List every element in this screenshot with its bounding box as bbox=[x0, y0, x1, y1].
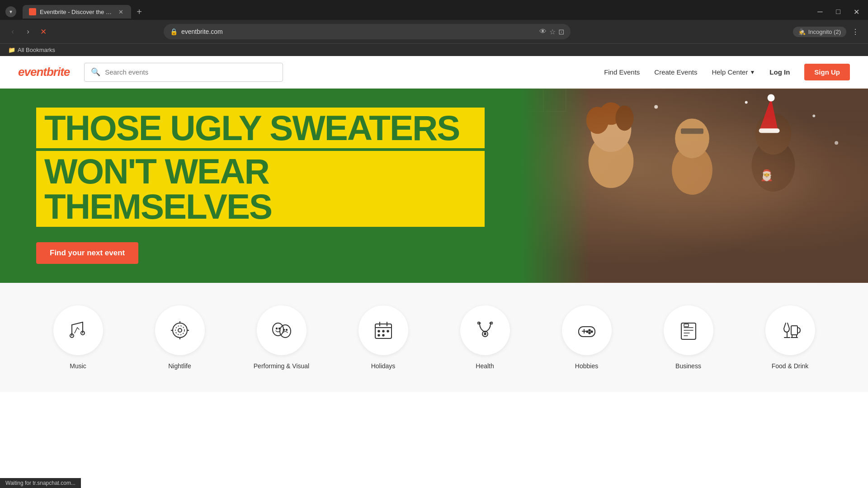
svg-point-53 bbox=[387, 330, 389, 332]
maximize-button[interactable]: □ bbox=[832, 5, 844, 18]
eventbrite-logo[interactable]: eventbrite bbox=[18, 65, 70, 79]
nav-controls: ‹ › ✕ bbox=[5, 24, 51, 39]
tab-close-button[interactable]: ✕ bbox=[117, 8, 125, 16]
eye-off-icon[interactable]: 👁 bbox=[539, 28, 547, 36]
hero-right: 🎅 bbox=[521, 89, 868, 283]
hero-overlay bbox=[521, 89, 868, 283]
nightlife-label: Nightlife bbox=[168, 362, 191, 370]
incognito-icon: 🕵 bbox=[798, 28, 806, 35]
url-text: eventbrite.com bbox=[181, 28, 536, 35]
performing-icon bbox=[271, 319, 292, 341]
tab-list-dropdown[interactable]: ▾ bbox=[5, 6, 16, 17]
help-center-link[interactable]: Help Center ▼ bbox=[712, 68, 755, 76]
nightlife-circle bbox=[155, 305, 205, 355]
svg-point-66 bbox=[591, 331, 593, 333]
health-label: Health bbox=[476, 362, 494, 370]
new-tab-button[interactable]: + bbox=[133, 5, 146, 18]
hobbies-circle bbox=[562, 305, 612, 355]
tab-favicon bbox=[29, 8, 36, 15]
close-window-button[interactable]: ✕ bbox=[850, 5, 863, 18]
hero-banner: THOSE UGLY SWEATERS WON'T WEAR THEMSELVE… bbox=[0, 89, 868, 283]
bookmarks-label: All Bookmarks bbox=[18, 47, 55, 53]
svg-point-36 bbox=[178, 328, 182, 332]
music-icon bbox=[67, 319, 89, 341]
category-food[interactable]: Food & Drink bbox=[739, 305, 841, 370]
address-bar-row: ‹ › ✕ 🔒 eventbrite.com 👁 ☆ ⊡ 🕵 Incognito… bbox=[0, 20, 868, 43]
hero-headline-line1: THOSE UGLY SWEATERS bbox=[36, 108, 485, 148]
business-icon bbox=[678, 319, 699, 341]
forward-button[interactable]: › bbox=[21, 24, 35, 39]
holidays-label: Holidays bbox=[371, 362, 396, 370]
security-lock-icon: 🔒 bbox=[170, 28, 178, 35]
hero-left: THOSE UGLY SWEATERS WON'T WEAR THEMSELVE… bbox=[0, 89, 521, 283]
svg-line-32 bbox=[75, 328, 77, 333]
categories-grid: Music Nightlife bbox=[27, 305, 841, 370]
bookmarks-bar: 📁 All Bookmarks bbox=[0, 43, 868, 56]
svg-point-34 bbox=[173, 323, 187, 338]
reload-button[interactable]: ✕ bbox=[36, 24, 51, 39]
address-bar[interactable]: 🔒 eventbrite.com 👁 ☆ ⊡ bbox=[164, 24, 571, 39]
browser-menu-button[interactable]: ⋮ bbox=[848, 24, 863, 39]
sign-up-button[interactable]: Sign Up bbox=[804, 64, 850, 80]
svg-point-46 bbox=[286, 329, 287, 331]
hero-headline-line2: WON'T WEAR THEMSELVES bbox=[36, 151, 485, 227]
hobbies-icon bbox=[576, 319, 598, 341]
cast-icon[interactable]: ⊡ bbox=[558, 28, 564, 36]
category-performing[interactable]: Performing & Visual bbox=[231, 305, 332, 370]
food-circle bbox=[765, 305, 815, 355]
browser-chrome: ▾ Eventbrite - Discover the Best ✕ + ─ □… bbox=[0, 0, 868, 56]
active-tab[interactable]: Eventbrite - Discover the Best ✕ bbox=[23, 5, 131, 19]
category-health[interactable]: Health bbox=[434, 305, 536, 370]
search-bar[interactable]: 🔍 bbox=[84, 63, 283, 82]
find-events-link[interactable]: Find Events bbox=[604, 68, 640, 76]
tab-navigation: ▾ bbox=[5, 6, 19, 17]
music-circle bbox=[53, 305, 103, 355]
site-nav: Find Events Create Events Help Center ▼ … bbox=[604, 64, 850, 80]
svg-line-28 bbox=[72, 322, 83, 325]
minimize-button[interactable]: ─ bbox=[814, 5, 826, 18]
svg-point-55 bbox=[382, 334, 384, 336]
all-bookmarks-link[interactable]: 📁 All Bookmarks bbox=[5, 46, 58, 54]
category-business[interactable]: Business bbox=[637, 305, 739, 370]
incognito-badge[interactable]: 🕵 Incognito (2) bbox=[793, 27, 846, 37]
category-music[interactable]: Music bbox=[27, 305, 129, 370]
svg-rect-76 bbox=[791, 326, 797, 335]
categories-section: Music Nightlife bbox=[0, 283, 868, 392]
log-in-button[interactable]: Log In bbox=[769, 68, 790, 76]
svg-point-67 bbox=[589, 332, 590, 334]
bookmarks-folder-icon: 📁 bbox=[8, 47, 15, 53]
food-label: Food & Drink bbox=[772, 362, 809, 370]
incognito-label: Incognito (2) bbox=[808, 28, 841, 35]
eventbrite-site: eventbrite 🔍 Find Events Create Events H… bbox=[0, 56, 868, 392]
svg-point-51 bbox=[378, 330, 380, 332]
category-nightlife[interactable]: Nightlife bbox=[129, 305, 231, 370]
performing-circle bbox=[257, 305, 307, 355]
status-text: Waiting for tr.snapchat.com... bbox=[5, 480, 75, 486]
holidays-circle bbox=[359, 305, 408, 355]
create-events-link[interactable]: Create Events bbox=[654, 68, 697, 76]
address-bar-icons: 👁 ☆ ⊡ bbox=[539, 28, 564, 36]
browser-status-bar: Waiting for tr.snapchat.com... bbox=[0, 478, 81, 488]
music-label: Music bbox=[70, 362, 86, 370]
chevron-down-icon: ▼ bbox=[750, 69, 755, 75]
category-holidays[interactable]: Holidays bbox=[332, 305, 434, 370]
tab-bar: ▾ Eventbrite - Discover the Best ✕ + ─ □… bbox=[0, 0, 868, 20]
back-button[interactable]: ‹ bbox=[5, 24, 20, 39]
tab-title: Eventbrite - Discover the Best bbox=[40, 9, 113, 15]
site-header: eventbrite 🔍 Find Events Create Events H… bbox=[0, 56, 868, 89]
search-input[interactable] bbox=[105, 68, 276, 76]
find-event-cta-button[interactable]: Find your next event bbox=[36, 242, 138, 264]
svg-point-65 bbox=[589, 329, 590, 331]
svg-point-44 bbox=[278, 328, 280, 329]
search-icon: 🔍 bbox=[91, 67, 100, 77]
svg-point-54 bbox=[378, 334, 380, 336]
svg-point-41 bbox=[273, 323, 283, 336]
hero-text: THOSE UGLY SWEATERS WON'T WEAR THEMSELVE… bbox=[36, 108, 485, 264]
food-icon bbox=[779, 319, 801, 341]
category-hobbies[interactable]: Hobbies bbox=[536, 305, 637, 370]
svg-point-35 bbox=[175, 326, 184, 335]
holidays-icon bbox=[373, 319, 394, 341]
star-icon[interactable]: ☆ bbox=[549, 28, 556, 36]
window-controls: ─ □ ✕ bbox=[814, 5, 863, 18]
health-icon bbox=[474, 319, 496, 341]
